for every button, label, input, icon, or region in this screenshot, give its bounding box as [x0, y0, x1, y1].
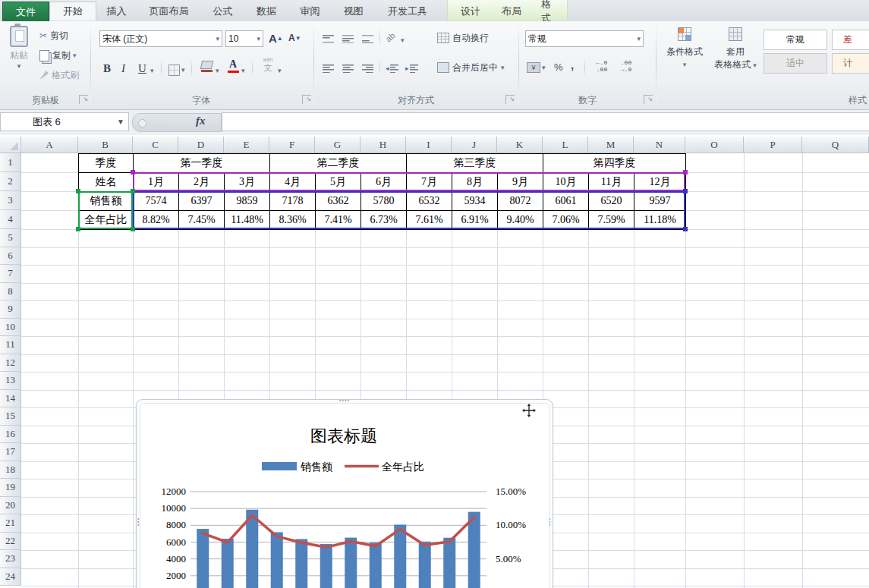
copy-button[interactable]: 复制 ▾ [39, 49, 77, 62]
shrink-font-button[interactable]: A▼ [288, 31, 301, 45]
cell-B2[interactable]: 姓名 [78, 172, 133, 191]
series-names-highlight-handle[interactable] [76, 189, 80, 193]
clipboard-dialog-launcher[interactable]: ↘ [79, 95, 88, 104]
cell-quarter-1[interactable]: 第一季度 [133, 153, 269, 172]
row-header-11[interactable]: 11 [0, 336, 21, 354]
row-header-13[interactable]: 13 [0, 372, 21, 390]
row-header-8[interactable]: 8 [0, 283, 21, 301]
row-header-7[interactable]: 7 [0, 265, 21, 283]
values-range-highlight-handle[interactable] [683, 227, 688, 231]
row-header-19[interactable]: 19 [0, 479, 21, 497]
cell-B1[interactable]: 季度 [78, 153, 133, 172]
cell-style-moderate[interactable]: 适中 [764, 53, 827, 74]
conditional-formatting-button[interactable]: 条件格式 ▾ [662, 27, 707, 68]
increase-indent-button[interactable]: ▸ [405, 61, 418, 75]
align-center-button[interactable] [342, 61, 354, 75]
row-header-6[interactable]: 6 [0, 247, 21, 266]
row-header-9[interactable]: 9 [0, 300, 21, 319]
tab-3[interactable]: 页面布局 [137, 2, 201, 20]
series-names-highlight[interactable] [78, 191, 133, 229]
orientation-button[interactable]: ab [383, 29, 398, 46]
column-header-E[interactable]: E [224, 137, 269, 153]
row-header-23[interactable]: 23 [0, 550, 21, 568]
series-names-highlight-handle[interactable] [131, 227, 135, 231]
font-color-button[interactable]: A [226, 58, 240, 73]
contextual-tab-2[interactable]: 布局 [495, 2, 528, 20]
phonetic-dropdown-arrow[interactable]: ▾ [278, 64, 282, 77]
column-header-Q[interactable]: Q [802, 137, 869, 153]
cell-quarter-3[interactable]: 第三季度 [406, 153, 543, 172]
contextual-tab-3[interactable]: 格式 [534, 2, 567, 20]
row-header-5[interactable]: 5 [0, 229, 21, 247]
column-header-P[interactable]: P [744, 137, 802, 153]
name-box[interactable]: 图表 6 ▼ [0, 112, 129, 131]
combo-chart[interactable]: 图表标题销售额全年占比0200040006000800010000120000.… [140, 404, 549, 588]
tab-8[interactable]: 开发工具 [375, 2, 440, 20]
category-range-highlight[interactable] [133, 172, 685, 191]
row-header-20[interactable]: 20 [0, 497, 21, 515]
cell-style-normal[interactable]: 常规 [764, 30, 827, 50]
formula-bar-collapse-dot[interactable] [138, 119, 146, 127]
column-header-J[interactable]: J [452, 137, 497, 153]
chart-area[interactable]: 图表标题销售额全年占比0200040006000800010000120000.… [140, 403, 549, 588]
tab-1[interactable]: 开始 [49, 2, 96, 20]
series-names-highlight-handle[interactable] [76, 227, 80, 231]
underline-dropdown-arrow[interactable]: ▾ [150, 64, 154, 77]
tab-file[interactable]: 文件 [2, 2, 49, 22]
chart-grip-top[interactable]: •••• [339, 399, 350, 402]
column-header-K[interactable]: K [497, 137, 543, 153]
fill-color-button[interactable] [199, 61, 214, 72]
cell-quarter-4[interactable]: 第四季度 [543, 153, 685, 172]
column-header-O[interactable]: O [685, 137, 744, 153]
align-left-button[interactable] [323, 61, 334, 75]
column-header-H[interactable]: H [361, 137, 406, 153]
select-all-corner[interactable] [0, 137, 21, 153]
column-header-I[interactable]: I [406, 137, 452, 153]
cell-style-bad-partial[interactable]: 差 [832, 30, 869, 50]
accounting-format-button[interactable]: ¥ ▾ [527, 61, 546, 74]
underline-button[interactable]: U [138, 61, 146, 75]
row-header-18[interactable]: 18 [0, 461, 21, 480]
format-as-table-button[interactable]: 套用 表格格式▾ [712, 27, 759, 71]
column-header-N[interactable]: N [634, 137, 685, 153]
percent-style-button[interactable]: % [554, 60, 563, 74]
row-header-12[interactable]: 12 [0, 354, 21, 373]
tab-2[interactable]: 插入 [96, 2, 137, 20]
decrease-indent-button[interactable]: ◂ [386, 61, 398, 75]
column-header-D[interactable]: D [178, 137, 224, 153]
align-bottom-button[interactable] [362, 32, 373, 46]
decrease-decimal-button[interactable]: .00 →.0 [616, 59, 636, 73]
font-color-dropdown-arrow[interactable]: ▾ [241, 64, 245, 77]
column-header-M[interactable]: M [588, 137, 634, 153]
format-painter-button[interactable]: 格式刷 [39, 68, 79, 82]
cut-button[interactable]: ✂ 剪切 [39, 29, 68, 42]
row-header-16[interactable]: 16 [0, 426, 21, 444]
formula-input[interactable] [222, 112, 869, 131]
row-header-21[interactable]: 21 [0, 514, 21, 533]
worksheet[interactable]: ABCDEFGHIJKLMNOPQ 1234567891011121314151… [0, 135, 869, 588]
font-size-combo[interactable]: 10▾ [225, 30, 263, 47]
font-dialog-launcher[interactable]: ↘ [302, 95, 311, 104]
tab-6[interactable]: 审阅 [288, 2, 332, 20]
column-header-F[interactable]: F [269, 137, 315, 153]
bold-button[interactable]: B [103, 61, 111, 75]
tab-4[interactable]: 公式 [201, 2, 244, 20]
row-header-10[interactable]: 10 [0, 319, 21, 337]
tab-5[interactable]: 数据 [244, 2, 288, 20]
cell-style-check-partial[interactable]: 计 [832, 53, 869, 74]
paste-dropdown-arrow[interactable]: ▾ [17, 62, 21, 70]
align-top-button[interactable] [323, 32, 334, 46]
phonetic-guide-button[interactable]: wén 文 [260, 58, 276, 74]
row-header-15[interactable]: 15 [0, 407, 21, 426]
align-right-button[interactable] [362, 61, 373, 75]
contextual-tab-1[interactable]: 设计 [454, 2, 487, 20]
merge-center-button[interactable]: 合并后居中 ▾ [437, 61, 505, 74]
column-header-A[interactable]: A [21, 137, 78, 153]
orientation-dropdown-arrow[interactable]: ▾ [401, 33, 405, 47]
cell-quarter-2[interactable]: 第二季度 [269, 153, 406, 172]
row-header-1[interactable]: 1 [0, 153, 21, 172]
alignment-dialog-launcher[interactable]: ↘ [505, 95, 515, 104]
italic-button[interactable]: I [121, 61, 125, 75]
row-header-17[interactable]: 17 [0, 443, 21, 461]
borders-button[interactable]: ▾ [168, 63, 185, 77]
